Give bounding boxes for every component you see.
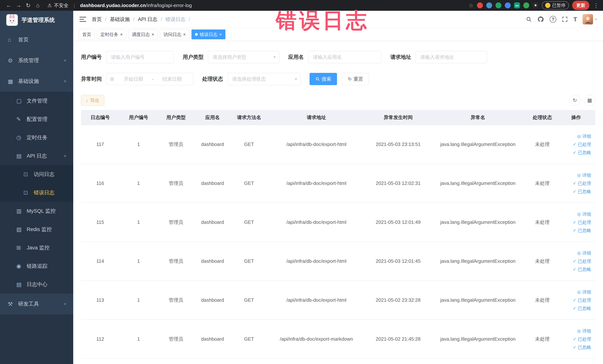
user-id-input[interactable] [106, 51, 174, 63]
mark-processed-link[interactable]: ✓已处理 [573, 258, 591, 264]
help-icon[interactable]: ? [550, 16, 556, 23]
end-date-placeholder: 结束日期 [155, 76, 189, 82]
date-range-picker[interactable]: ⊞ 开始日期 - 结束日期 [106, 73, 193, 85]
github-icon[interactable] [537, 16, 544, 23]
breadcrumb-item[interactable]: 错误日志 [165, 16, 194, 23]
forward-icon[interactable]: → [14, 1, 23, 10]
detail-link[interactable]: ◎详细 [577, 211, 591, 217]
sidebar-item[interactable]: ◉ 链路追踪 [0, 257, 73, 275]
check-icon: ✓ [573, 189, 576, 194]
extension-icon-green[interactable] [496, 2, 501, 8]
view-tab[interactable]: 首页 × [79, 29, 95, 39]
close-icon[interactable]: × [183, 32, 186, 37]
search-icon[interactable] [526, 16, 532, 22]
sidebar-item[interactable]: ▨ Redis 监控 [0, 220, 73, 238]
sidebar-item[interactable]: ⚒ 研发工具 ∨ [0, 294, 73, 314]
browser-menu-icon[interactable]: ⋮ [593, 2, 599, 9]
column-settings-button[interactable]: ▦ [584, 95, 595, 106]
extension-icon-drop[interactable] [486, 2, 492, 8]
view-tab[interactable]: 访问日志 × [160, 29, 189, 39]
breadcrumb-item[interactable]: 基础设施 [110, 16, 138, 23]
sidebar-logo[interactable]: 芋道管理系统 [0, 11, 73, 29]
detail-link[interactable]: ◎详细 [577, 172, 591, 178]
cell-app-name: dashboard [194, 281, 231, 319]
chrome-toolbar: ☆ on ✱ 已暂停 更新 ⋮ [469, 1, 599, 10]
user-menu[interactable]: ▾ [583, 14, 597, 24]
mark-processed-link[interactable]: ✓已处理 [573, 336, 591, 342]
sidebar-item[interactable]: ⊡ 访问日志 [0, 165, 73, 183]
system-icon: ⚙ [8, 57, 18, 64]
mark-processed-link[interactable]: ✓已处理 [573, 141, 591, 147]
view-tab[interactable]: 定时任务 × [97, 29, 126, 39]
user-type-select[interactable] [208, 51, 279, 63]
request-url-input[interactable] [416, 51, 487, 63]
detail-link[interactable]: ◎详细 [577, 328, 591, 334]
sidebar-item[interactable]: ▦ 基础设施 ∧ [0, 71, 73, 92]
browser-update-button[interactable]: 更新 [572, 1, 589, 10]
sidebar-item[interactable]: ⊞ Java 监控 [0, 238, 73, 257]
process-status-select[interactable] [227, 73, 301, 85]
sidebar-item[interactable]: ◷ 定时任务 [0, 128, 73, 147]
mark-processed-link[interactable]: ✓已处理 [573, 219, 591, 225]
sidebar-item[interactable]: ▤ 日志中心 [0, 275, 73, 294]
url-text[interactable]: dashboard.yudao.iocoder.cn/infra/log/api… [80, 3, 192, 8]
check-icon: ✓ [573, 259, 576, 264]
sidebar-item[interactable]: ⚙ 系统管理 ∨ [0, 50, 73, 71]
reload-icon[interactable]: ↻ [23, 1, 33, 10]
breadcrumb-item[interactable]: API 日志 [138, 16, 165, 23]
close-icon[interactable]: × [219, 32, 222, 37]
refresh-button[interactable]: ↻ [569, 95, 580, 106]
bookmark-star-icon[interactable]: ☆ [469, 2, 474, 9]
sidebar-item[interactable]: ⌂ 首页 [0, 29, 73, 50]
view-tab[interactable]: 调度日志 × [128, 29, 158, 39]
cell-request-url: /api/infra/db-doc/export-markdown [267, 320, 366, 358]
reset-button[interactable]: ↻ 重置 [342, 73, 369, 85]
mark-ignored-link[interactable]: ✓已忽略 [573, 344, 591, 350]
detail-link[interactable]: ◎详细 [577, 289, 591, 295]
paused-extension-badge[interactable]: 已暂停 [542, 1, 569, 10]
mark-ignored-link[interactable]: ✓已忽略 [573, 305, 591, 311]
mark-ignored-link[interactable]: ✓已忽略 [573, 267, 591, 272]
sidebar-item[interactable]: ▤ API 日志 ∧ [0, 147, 73, 165]
app-name-input[interactable] [308, 51, 382, 63]
extension-icon-red[interactable] [477, 2, 483, 8]
eye-icon: ◎ [577, 134, 581, 139]
close-icon[interactable]: × [120, 32, 123, 37]
extension-icon-grid[interactable] [505, 2, 511, 8]
breadcrumb-item[interactable]: 首页 [92, 16, 110, 23]
cell-process-status: 未处理 [525, 164, 560, 203]
cell-actions: ◎详细 ✓已处理 ✓已忽略 [560, 281, 593, 319]
logo-rabbit-avatar [6, 14, 18, 26]
hamburger-icon[interactable] [80, 16, 86, 22]
export-button[interactable]: ↓ 导出 [81, 95, 104, 106]
omnibox[interactable]: ⚠ 不安全 | dashboard.yudao.iocoder.cn/infra… [47, 2, 192, 9]
sidebar-item[interactable]: ▢ 文件管理 [0, 92, 73, 110]
view-tab[interactable]: 错误日志 × [191, 29, 225, 39]
font-size-icon[interactable]: T [573, 16, 577, 23]
cell-user-id: 1 [119, 125, 158, 164]
cell-exception-time: 2021-05-03 23:13:51 [366, 125, 431, 164]
back-icon[interactable]: ← [4, 1, 14, 10]
search-button[interactable]: 搜索 [310, 73, 337, 85]
mark-ignored-link[interactable]: ✓已忽略 [573, 150, 591, 156]
search-icon [315, 77, 320, 81]
column-header: 应用名 [194, 110, 231, 125]
filter-user-id: 用户编号 [81, 51, 174, 63]
sidebar-item[interactable]: ✎ 配置管理 [0, 110, 73, 128]
mark-ignored-link[interactable]: ✓已忽略 [573, 188, 591, 195]
table-row: 114 1 管理员 dashboard GET /api/infra/db-do… [81, 242, 595, 281]
sidebar-item[interactable]: ▥ MySQL 监控 [0, 202, 73, 220]
detail-link[interactable]: ◎详细 [577, 133, 591, 139]
extension-icon-pinwheel[interactable]: ✱ [533, 2, 538, 8]
check-icon: ✓ [573, 337, 576, 341]
fullscreen-icon[interactable] [562, 16, 568, 22]
mark-processed-link[interactable]: ✓已处理 [573, 297, 591, 303]
extension-icon-leaf[interactable] [523, 2, 529, 8]
detail-link[interactable]: ◎详细 [577, 250, 591, 256]
close-icon[interactable]: × [152, 32, 154, 37]
mark-processed-link[interactable]: ✓已处理 [573, 180, 591, 186]
mark-ignored-link[interactable]: ✓已忽略 [573, 227, 591, 234]
extension-icon-on[interactable]: on [514, 2, 520, 8]
sidebar-item[interactable]: ⊡ 错误日志 [0, 183, 73, 202]
home-icon[interactable]: ⌂ [33, 1, 43, 10]
